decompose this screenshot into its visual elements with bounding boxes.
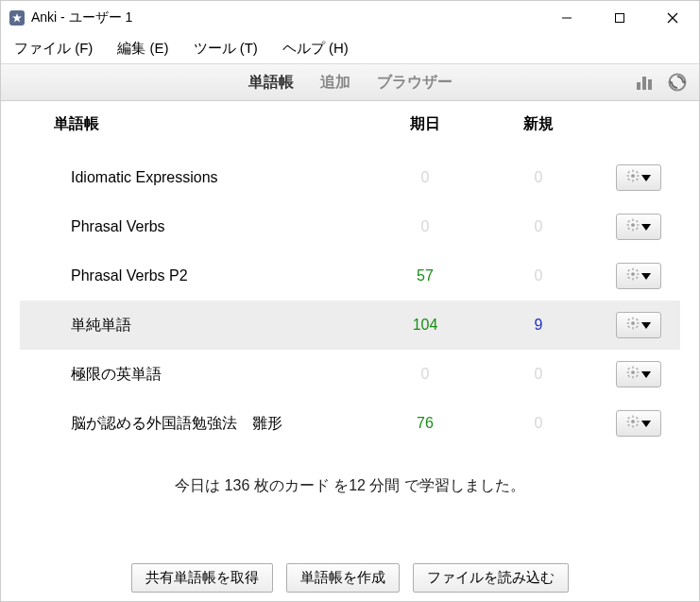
gear-icon <box>626 169 640 186</box>
deck-new-count: 0 <box>482 218 595 235</box>
tab-decks[interactable]: 単語帳 <box>248 73 294 93</box>
svg-rect-58 <box>636 375 638 377</box>
deck-due-count: 76 <box>368 415 482 432</box>
sync-icon[interactable] <box>667 72 688 93</box>
menubar: ファイル (F) 編集 (E) ツール (T) ヘルプ (H) <box>1 35 699 63</box>
gear-icon <box>626 218 640 235</box>
svg-rect-33 <box>632 268 633 270</box>
svg-rect-63 <box>632 416 633 418</box>
menu-help[interactable]: ヘルプ (H) <box>273 36 358 61</box>
toolbar: 単語帳 追加 ブラウザー <box>1 63 699 101</box>
stats-icon[interactable] <box>635 72 656 93</box>
svg-rect-25 <box>627 224 629 225</box>
gear-icon <box>626 415 640 432</box>
deck-table-header: 単語帳 期日 新規 <box>20 105 680 153</box>
deck-due-count: 0 <box>368 218 482 235</box>
deck-options-button[interactable] <box>616 361 661 387</box>
deck-options-button[interactable] <box>616 164 661 191</box>
get-shared-button[interactable]: 共有単語帳を取得 <box>131 563 273 593</box>
deck-due-count: 0 <box>368 169 482 186</box>
titlebar: Anki - ユーザー 1 <box>1 1 699 35</box>
svg-rect-66 <box>637 421 639 421</box>
deck-list: Idiomatic Expressions00 Phrasal Verbs00 … <box>20 153 680 448</box>
tab-browser[interactable]: ブラウザー <box>377 73 452 93</box>
svg-rect-16 <box>637 175 639 176</box>
svg-rect-57 <box>627 368 629 370</box>
svg-rect-39 <box>636 269 638 271</box>
svg-rect-67 <box>627 417 629 419</box>
svg-marker-31 <box>641 224 651 231</box>
svg-rect-19 <box>636 171 638 173</box>
header-due: 期日 <box>368 114 482 134</box>
deck-due-count: 57 <box>368 267 482 284</box>
chevron-down-icon <box>641 366 651 383</box>
menu-tools[interactable]: ツール (T) <box>184 36 267 61</box>
chevron-down-icon <box>641 169 651 186</box>
header-new: 新規 <box>482 114 595 134</box>
svg-marker-21 <box>641 175 651 181</box>
chevron-down-icon <box>641 267 651 284</box>
minimize-button[interactable] <box>540 1 593 35</box>
svg-rect-49 <box>636 318 638 320</box>
gear-icon <box>626 366 640 383</box>
svg-point-62 <box>631 420 635 423</box>
deck-row[interactable]: 極限の英単語00 <box>20 350 680 399</box>
window-title: Anki - ユーザー 1 <box>31 9 132 26</box>
svg-marker-71 <box>641 421 651 427</box>
svg-rect-69 <box>636 417 638 419</box>
maximize-button[interactable] <box>593 1 646 35</box>
svg-point-52 <box>631 370 635 374</box>
svg-rect-29 <box>636 220 638 222</box>
deck-options-button[interactable] <box>616 410 661 437</box>
svg-rect-8 <box>648 79 652 90</box>
tab-add[interactable]: 追加 <box>320 73 350 93</box>
svg-rect-14 <box>632 180 633 181</box>
gear-icon <box>626 317 640 334</box>
import-file-button[interactable]: ファイルを読み込む <box>413 563 569 593</box>
deck-options-button[interactable] <box>616 263 661 289</box>
svg-rect-18 <box>636 179 638 181</box>
deck-row[interactable]: Idiomatic Expressions00 <box>20 153 680 202</box>
svg-rect-38 <box>636 277 638 279</box>
svg-rect-7 <box>642 77 646 90</box>
chevron-down-icon <box>641 415 651 432</box>
deck-name[interactable]: Phrasal Verbs P2 <box>39 267 368 284</box>
svg-rect-27 <box>627 220 629 222</box>
svg-rect-65 <box>627 421 629 421</box>
svg-rect-28 <box>636 228 638 230</box>
svg-rect-13 <box>632 170 633 172</box>
svg-rect-6 <box>637 82 640 90</box>
svg-rect-64 <box>632 425 633 427</box>
create-deck-button[interactable]: 単語帳を作成 <box>286 563 400 593</box>
svg-rect-30 <box>627 228 629 230</box>
menu-edit[interactable]: 編集 (E) <box>108 36 178 61</box>
deck-row[interactable]: Phrasal Verbs P2570 <box>20 251 680 301</box>
svg-rect-60 <box>627 375 629 377</box>
deck-name[interactable]: 極限の英単語 <box>39 365 368 385</box>
deck-name[interactable]: Phrasal Verbs <box>39 218 368 235</box>
deck-options-button[interactable] <box>616 214 661 240</box>
deck-new-count: 0 <box>482 267 595 284</box>
deck-row[interactable]: Phrasal Verbs00 <box>20 202 680 251</box>
deck-name[interactable]: 単純単語 <box>39 316 368 335</box>
svg-marker-51 <box>641 322 651 329</box>
close-button[interactable] <box>646 1 699 35</box>
svg-rect-56 <box>637 371 639 372</box>
svg-rect-35 <box>627 273 629 274</box>
deck-name[interactable]: Idiomatic Expressions <box>39 169 368 186</box>
deck-new-count: 0 <box>482 415 595 432</box>
deck-row[interactable]: 脳が認める外国語勉強法 雛形760 <box>20 399 680 448</box>
deck-options-button[interactable] <box>616 312 661 338</box>
deck-new-count: 9 <box>482 317 595 334</box>
app-icon <box>9 9 26 26</box>
menu-file[interactable]: ファイル (F) <box>5 36 102 61</box>
svg-rect-3 <box>616 14 624 23</box>
svg-rect-55 <box>627 371 629 372</box>
gear-icon <box>626 267 640 284</box>
deck-row[interactable]: 単純単語1049 <box>20 301 680 350</box>
svg-rect-53 <box>632 367 633 369</box>
svg-rect-40 <box>627 277 629 279</box>
bottom-bar: 共有単語帳を取得 単語帳を作成 ファイルを読み込む <box>0 563 700 593</box>
svg-rect-68 <box>636 424 638 426</box>
deck-name[interactable]: 脳が認める外国語勉強法 雛形 <box>39 414 368 434</box>
